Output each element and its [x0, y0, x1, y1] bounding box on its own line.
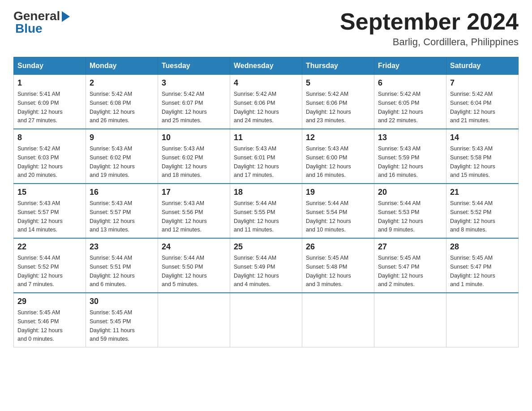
calendar-day-cell: 23 Sunrise: 5:44 AMSunset: 5:51 PMDaylig…	[86, 238, 158, 293]
day-info: Sunrise: 5:44 AMSunset: 5:50 PMDaylight:…	[162, 255, 207, 287]
day-info: Sunrise: 5:44 AMSunset: 5:52 PMDaylight:…	[17, 255, 63, 287]
day-number: 23	[90, 242, 154, 252]
calendar-day-cell: 24 Sunrise: 5:44 AMSunset: 5:50 PMDaylig…	[158, 238, 230, 293]
calendar-day-cell: 13 Sunrise: 5:43 AMSunset: 5:59 PMDaylig…	[374, 129, 446, 184]
day-number: 20	[378, 188, 442, 197]
weekday-header-thursday: Thursday	[302, 57, 374, 75]
day-info: Sunrise: 5:44 AMSunset: 5:52 PMDaylight:…	[450, 200, 495, 233]
location-title: Barlig, Cordillera, Philippines	[340, 36, 519, 48]
month-title: September 2024	[340, 9, 519, 34]
logo-triangle-icon	[62, 11, 70, 22]
day-info: Sunrise: 5:41 AMSunset: 6:09 PMDaylight:…	[17, 91, 63, 124]
day-number: 4	[234, 78, 298, 88]
day-number: 7	[450, 78, 515, 88]
calendar-day-cell: 8 Sunrise: 5:42 AMSunset: 6:03 PMDayligh…	[14, 129, 86, 184]
day-info: Sunrise: 5:42 AMSunset: 6:03 PMDaylight:…	[17, 146, 63, 178]
calendar-header-row: SundayMondayTuesdayWednesdayThursdayFrid…	[14, 57, 519, 75]
calendar-day-cell: 27 Sunrise: 5:45 AMSunset: 5:47 PMDaylig…	[374, 238, 446, 293]
day-number: 17	[162, 188, 226, 197]
day-info: Sunrise: 5:43 AMSunset: 6:01 PMDaylight:…	[234, 146, 279, 178]
calendar-day-cell: 20 Sunrise: 5:44 AMSunset: 5:53 PMDaylig…	[374, 184, 446, 238]
day-info: Sunrise: 5:45 AMSunset: 5:45 PMDaylight:…	[90, 309, 135, 342]
day-info: Sunrise: 5:42 AMSunset: 6:07 PMDaylight:…	[162, 91, 207, 124]
day-number: 12	[306, 133, 370, 142]
calendar-table: SundayMondayTuesdayWednesdayThursdayFrid…	[13, 57, 519, 347]
calendar-day-cell: 14 Sunrise: 5:43 AMSunset: 5:58 PMDaylig…	[446, 129, 519, 184]
day-info: Sunrise: 5:42 AMSunset: 6:04 PMDaylight:…	[450, 91, 495, 124]
calendar-day-cell: 16 Sunrise: 5:43 AMSunset: 5:57 PMDaylig…	[86, 184, 158, 238]
calendar-day-cell	[446, 293, 519, 347]
logo: General Blue	[13, 9, 70, 36]
weekday-header-saturday: Saturday	[446, 57, 519, 75]
day-info: Sunrise: 5:45 AMSunset: 5:48 PMDaylight:…	[306, 255, 351, 287]
day-number: 21	[450, 188, 515, 197]
weekday-header-monday: Monday	[86, 57, 158, 75]
calendar-week-row: 22 Sunrise: 5:44 AMSunset: 5:52 PMDaylig…	[14, 238, 519, 293]
day-info: Sunrise: 5:44 AMSunset: 5:51 PMDaylight:…	[90, 255, 135, 287]
day-number: 15	[17, 188, 82, 197]
day-info: Sunrise: 5:43 AMSunset: 5:57 PMDaylight:…	[17, 200, 63, 233]
logo-blue-text: Blue	[13, 21, 70, 36]
day-number: 9	[90, 133, 154, 142]
day-number: 5	[306, 78, 370, 88]
day-number: 19	[306, 188, 370, 197]
page-header: General Blue September 2024 Barlig, Cord…	[13, 9, 519, 48]
calendar-day-cell: 10 Sunrise: 5:43 AMSunset: 6:02 PMDaylig…	[158, 129, 230, 184]
calendar-day-cell: 28 Sunrise: 5:45 AMSunset: 5:47 PMDaylig…	[446, 238, 519, 293]
calendar-week-row: 8 Sunrise: 5:42 AMSunset: 6:03 PMDayligh…	[14, 129, 519, 184]
day-number: 22	[17, 242, 82, 252]
calendar-day-cell: 30 Sunrise: 5:45 AMSunset: 5:45 PMDaylig…	[86, 293, 158, 347]
calendar-day-cell: 25 Sunrise: 5:44 AMSunset: 5:49 PMDaylig…	[230, 238, 302, 293]
calendar-day-cell	[158, 293, 230, 347]
day-number: 29	[17, 297, 82, 306]
day-number: 14	[450, 133, 515, 142]
day-number: 11	[234, 133, 298, 142]
day-number: 1	[17, 78, 82, 88]
day-info: Sunrise: 5:45 AMSunset: 5:47 PMDaylight:…	[450, 255, 495, 287]
day-number: 13	[378, 133, 442, 142]
calendar-day-cell: 19 Sunrise: 5:44 AMSunset: 5:54 PMDaylig…	[302, 184, 374, 238]
day-info: Sunrise: 5:42 AMSunset: 6:06 PMDaylight:…	[234, 91, 279, 124]
day-number: 27	[378, 242, 442, 252]
title-block: September 2024 Barlig, Cordillera, Phili…	[340, 9, 519, 48]
calendar-day-cell: 12 Sunrise: 5:43 AMSunset: 6:00 PMDaylig…	[302, 129, 374, 184]
day-info: Sunrise: 5:42 AMSunset: 6:06 PMDaylight:…	[306, 91, 351, 124]
day-info: Sunrise: 5:43 AMSunset: 6:00 PMDaylight:…	[306, 146, 351, 178]
calendar-day-cell: 9 Sunrise: 5:43 AMSunset: 6:02 PMDayligh…	[86, 129, 158, 184]
calendar-day-cell: 15 Sunrise: 5:43 AMSunset: 5:57 PMDaylig…	[14, 184, 86, 238]
calendar-day-cell: 7 Sunrise: 5:42 AMSunset: 6:04 PMDayligh…	[446, 75, 519, 129]
day-info: Sunrise: 5:45 AMSunset: 5:47 PMDaylight:…	[378, 255, 423, 287]
calendar-day-cell: 22 Sunrise: 5:44 AMSunset: 5:52 PMDaylig…	[14, 238, 86, 293]
calendar-day-cell: 26 Sunrise: 5:45 AMSunset: 5:48 PMDaylig…	[302, 238, 374, 293]
calendar-day-cell: 4 Sunrise: 5:42 AMSunset: 6:06 PMDayligh…	[230, 75, 302, 129]
day-number: 28	[450, 242, 515, 252]
calendar-week-row: 29 Sunrise: 5:45 AMSunset: 5:46 PMDaylig…	[14, 293, 519, 347]
day-info: Sunrise: 5:43 AMSunset: 5:58 PMDaylight:…	[450, 146, 495, 178]
day-number: 8	[17, 133, 82, 142]
day-number: 26	[306, 242, 370, 252]
day-info: Sunrise: 5:44 AMSunset: 5:54 PMDaylight:…	[306, 200, 351, 233]
day-number: 30	[90, 297, 154, 306]
day-info: Sunrise: 5:44 AMSunset: 5:53 PMDaylight:…	[378, 200, 423, 233]
day-number: 6	[378, 78, 442, 88]
calendar-week-row: 15 Sunrise: 5:43 AMSunset: 5:57 PMDaylig…	[14, 184, 519, 238]
calendar-day-cell: 21 Sunrise: 5:44 AMSunset: 5:52 PMDaylig…	[446, 184, 519, 238]
day-info: Sunrise: 5:43 AMSunset: 5:59 PMDaylight:…	[378, 146, 423, 178]
calendar-day-cell: 18 Sunrise: 5:44 AMSunset: 5:55 PMDaylig…	[230, 184, 302, 238]
day-number: 10	[162, 133, 226, 142]
day-number: 25	[234, 242, 298, 252]
day-number: 24	[162, 242, 226, 252]
calendar-day-cell: 2 Sunrise: 5:42 AMSunset: 6:08 PMDayligh…	[86, 75, 158, 129]
day-info: Sunrise: 5:44 AMSunset: 5:55 PMDaylight:…	[234, 200, 279, 233]
day-info: Sunrise: 5:45 AMSunset: 5:46 PMDaylight:…	[17, 309, 63, 342]
calendar-day-cell	[230, 293, 302, 347]
day-number: 18	[234, 188, 298, 197]
weekday-header-wednesday: Wednesday	[230, 57, 302, 75]
weekday-header-friday: Friday	[374, 57, 446, 75]
day-info: Sunrise: 5:43 AMSunset: 6:02 PMDaylight:…	[162, 146, 207, 178]
calendar-day-cell: 5 Sunrise: 5:42 AMSunset: 6:06 PMDayligh…	[302, 75, 374, 129]
calendar-day-cell: 1 Sunrise: 5:41 AMSunset: 6:09 PMDayligh…	[14, 75, 86, 129]
calendar-day-cell: 3 Sunrise: 5:42 AMSunset: 6:07 PMDayligh…	[158, 75, 230, 129]
calendar-week-row: 1 Sunrise: 5:41 AMSunset: 6:09 PMDayligh…	[14, 75, 519, 129]
weekday-header-sunday: Sunday	[14, 57, 86, 75]
